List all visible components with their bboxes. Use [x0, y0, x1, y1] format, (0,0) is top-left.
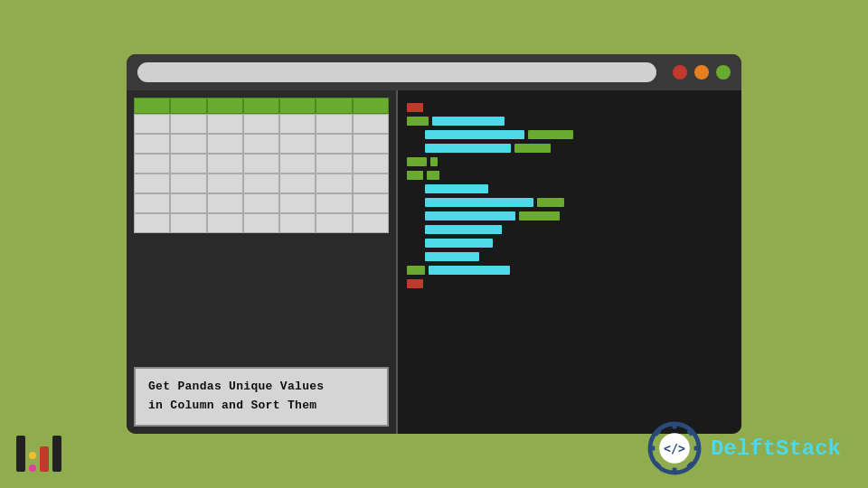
code-token [514, 144, 551, 153]
table-cell [279, 193, 316, 213]
delft-part: Delft [711, 436, 776, 461]
article-title-box: Get Pandas Unique Values in Column and S… [134, 367, 389, 427]
browser-content: Get Pandas Unique Values in Column and S… [127, 90, 741, 434]
svg-text:</>: </> [664, 442, 685, 455]
code-token [407, 279, 423, 288]
table-cell [243, 193, 279, 213]
code-token [425, 239, 493, 248]
table-cell [207, 174, 243, 193]
svg-rect-4 [694, 446, 701, 451]
maximize-button[interactable] [716, 65, 731, 80]
title-bar [127, 54, 741, 90]
code-token [528, 130, 573, 139]
code-line [407, 252, 732, 261]
code-line [407, 130, 732, 139]
code-token [425, 130, 524, 139]
table-cell [134, 213, 170, 233]
table-cell [207, 213, 243, 233]
spreadsheet [134, 98, 389, 233]
table-cell [243, 114, 279, 134]
header-cell [279, 98, 316, 114]
code-line [407, 157, 732, 166]
table-cell [134, 134, 170, 154]
logo-dot-yellow [29, 452, 36, 459]
table-cell [243, 213, 279, 233]
table-cell [353, 174, 389, 193]
table-cell [279, 114, 316, 134]
table-cell [279, 134, 316, 154]
spreadsheet-container [127, 90, 396, 360]
table-cell [207, 114, 243, 134]
code-line [407, 198, 732, 207]
browser-window: Get Pandas Unique Values in Column and S… [127, 54, 741, 434]
address-bar[interactable] [137, 62, 656, 82]
stack-part: Stack [776, 436, 841, 461]
delftstack-logo: </> DelftStack [647, 421, 841, 475]
table-cell [353, 154, 389, 174]
table-cell [243, 134, 279, 154]
header-cell [353, 98, 389, 114]
table-cell [207, 134, 243, 154]
code-line [407, 239, 732, 248]
code-token [425, 198, 533, 207]
table-cell [316, 193, 352, 213]
code-token [537, 198, 564, 207]
table-cell [207, 193, 243, 213]
code-token [407, 103, 423, 112]
table-cell [316, 154, 352, 174]
table-cell [207, 154, 243, 174]
table-cell [243, 154, 279, 174]
header-cell [207, 98, 243, 114]
spreadsheet-header [134, 98, 389, 114]
spreadsheet-body [134, 114, 389, 233]
title-line1: Get Pandas Unique Values [148, 378, 374, 397]
logo-bar-2 [40, 446, 49, 472]
code-line [407, 117, 732, 126]
table-cell [279, 174, 316, 193]
table-cell [316, 134, 352, 154]
code-token [407, 266, 425, 275]
code-token [425, 211, 515, 221]
table-row [134, 154, 389, 174]
code-line [407, 279, 732, 288]
code-token [425, 225, 502, 234]
table-cell [170, 174, 206, 193]
table-cell [316, 174, 352, 193]
table-cell [353, 134, 389, 154]
delftstack-gear-icon: </> [647, 421, 702, 475]
table-cell [316, 213, 352, 233]
header-cell [316, 98, 352, 114]
table-cell [170, 154, 206, 174]
site-logo-left [16, 436, 61, 472]
minimize-button[interactable] [694, 65, 709, 80]
delftstack-text: DelftStack [711, 436, 841, 461]
code-line [407, 103, 732, 112]
code-line [407, 184, 732, 193]
svg-rect-3 [648, 446, 655, 451]
table-row [134, 193, 389, 213]
table-cell [170, 213, 206, 233]
table-cell [134, 193, 170, 213]
code-token [425, 144, 511, 153]
code-line [407, 211, 732, 221]
header-cell [243, 98, 279, 114]
code-token [407, 157, 427, 166]
table-cell [243, 174, 279, 193]
table-row [134, 213, 389, 233]
table-cell [134, 174, 170, 193]
code-token [430, 157, 438, 166]
code-line [407, 144, 732, 153]
logo-dot-pink [29, 465, 36, 472]
table-row [134, 114, 389, 134]
table-cell [316, 114, 352, 134]
code-line [407, 225, 732, 234]
code-line [407, 171, 732, 180]
code-token [519, 211, 560, 221]
close-button[interactable] [673, 65, 687, 80]
code-token [425, 184, 488, 193]
svg-rect-1 [673, 422, 677, 428]
code-line [407, 266, 732, 275]
logo-dots [29, 452, 36, 472]
logo-bar-3 [52, 436, 61, 472]
table-cell [170, 114, 206, 134]
